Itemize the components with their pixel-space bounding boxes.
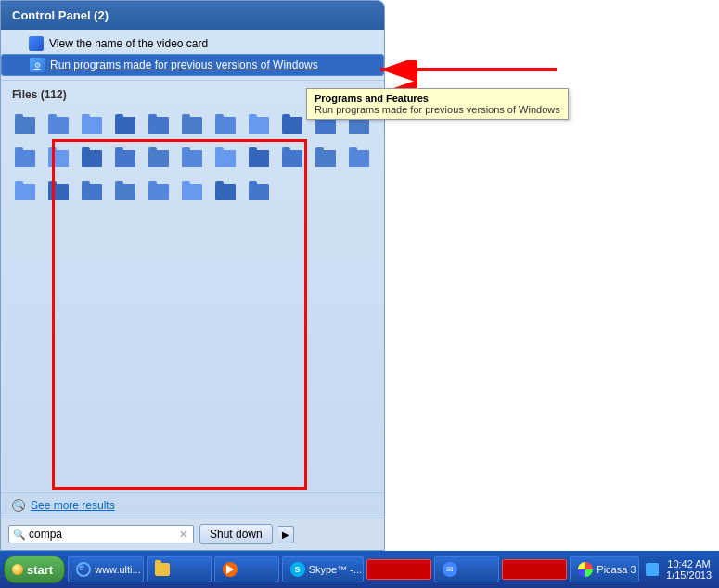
file-item[interactable] bbox=[342, 142, 376, 175]
shutdown-label: Shut down bbox=[210, 528, 263, 541]
file-item[interactable] bbox=[276, 109, 309, 142]
arrow-icon: ▶ bbox=[282, 530, 289, 540]
file-item[interactable] bbox=[42, 109, 75, 142]
search-bar: 🔍 ✕ Shut down ▶ bbox=[1, 518, 384, 550]
taskbar-item-ie[interactable]: www.ulti... bbox=[68, 556, 143, 582]
file-item[interactable] bbox=[209, 109, 242, 142]
taskbar: start www.ulti... S Skype™ -... ✉ Picasa… bbox=[0, 551, 719, 588]
search-input-wrap[interactable]: 🔍 ✕ bbox=[8, 525, 194, 543]
file-item[interactable] bbox=[242, 142, 276, 175]
file-item[interactable] bbox=[309, 142, 342, 175]
file-item[interactable] bbox=[75, 142, 109, 175]
file-item[interactable] bbox=[209, 142, 242, 175]
file-item[interactable] bbox=[75, 175, 109, 209]
cp-item2-label: Run programs made for previous versions … bbox=[50, 58, 318, 71]
file-item[interactable] bbox=[109, 175, 142, 209]
see-more-link[interactable]: See more results bbox=[31, 499, 115, 512]
control-panel-title: Control Panel (2) bbox=[12, 8, 109, 22]
taskbar-picasa-label: Picasa 3 bbox=[597, 564, 636, 575]
start-label: start bbox=[27, 563, 53, 577]
system-clock: 10:42 AM1/15/2013 bbox=[666, 558, 712, 581]
file-item[interactable] bbox=[8, 109, 42, 142]
file-item[interactable] bbox=[42, 142, 75, 175]
tray-network-icon bbox=[646, 563, 659, 576]
svg-marker-3 bbox=[226, 565, 234, 574]
search-input[interactable] bbox=[29, 528, 177, 541]
start-orb-icon bbox=[12, 564, 23, 575]
folder-icon bbox=[155, 563, 170, 576]
file-item[interactable] bbox=[75, 109, 109, 142]
start-menu: Control Panel (2) View the name of the v… bbox=[0, 0, 385, 551]
file-item[interactable] bbox=[8, 175, 42, 209]
cp-item-video-card[interactable]: View the name of the video card bbox=[1, 33, 384, 54]
shutdown-arrow-button[interactable]: ▶ bbox=[278, 526, 294, 543]
tooltip-title: Programs and Features bbox=[315, 93, 560, 104]
taskbar-ie-label: www.ulti... bbox=[95, 564, 141, 575]
file-item[interactable] bbox=[142, 175, 175, 209]
search-clear-icon[interactable]: ✕ bbox=[177, 529, 189, 541]
taskbar-item-red2[interactable] bbox=[502, 559, 567, 580]
tooltip-description: Run programs made for previous versions … bbox=[315, 104, 560, 115]
file-item[interactable] bbox=[242, 109, 276, 142]
media-icon bbox=[223, 562, 238, 577]
cp-item1-label: View the name of the video card bbox=[49, 37, 208, 50]
file-item[interactable] bbox=[175, 109, 209, 142]
file-item[interactable] bbox=[142, 142, 175, 175]
skype-icon: S bbox=[290, 562, 305, 577]
msg-icon: ✉ bbox=[443, 562, 457, 577]
compatibility-icon: ⚙ bbox=[30, 58, 45, 72]
taskbar-item-red1[interactable] bbox=[366, 559, 431, 580]
start-button[interactable]: start bbox=[4, 556, 65, 583]
search-icon: 🔍 bbox=[13, 529, 26, 541]
picasa-icon bbox=[578, 562, 593, 577]
see-more-section: 🔍 See more results bbox=[1, 492, 384, 518]
tooltip: Programs and Features Run programs made … bbox=[306, 88, 569, 120]
tray-area: 10:42 AM1/15/2013 bbox=[642, 558, 715, 581]
taskbar-item-msg[interactable]: ✉ bbox=[434, 556, 499, 582]
taskbar-skype-label: Skype™ -... bbox=[309, 564, 362, 575]
file-item[interactable] bbox=[209, 175, 242, 209]
search-small-icon: 🔍 bbox=[12, 499, 25, 512]
taskbar-item-skype[interactable]: S Skype™ -... bbox=[282, 556, 365, 582]
file-item[interactable] bbox=[42, 175, 75, 209]
file-item[interactable] bbox=[8, 142, 42, 175]
file-item[interactable] bbox=[109, 142, 142, 175]
file-item[interactable] bbox=[109, 109, 142, 142]
video-card-icon bbox=[29, 36, 44, 51]
taskbar-item-media[interactable] bbox=[214, 556, 279, 582]
taskbar-item-picasa[interactable]: Picasa 3 bbox=[570, 556, 639, 582]
file-item[interactable] bbox=[175, 142, 209, 175]
start-menu-header: Control Panel (2) bbox=[1, 1, 384, 30]
taskbar-item-folder[interactable] bbox=[147, 556, 212, 582]
files-grid bbox=[1, 105, 384, 212]
control-panel-section: View the name of the video card ⚙ Run pr… bbox=[1, 30, 384, 81]
file-item[interactable] bbox=[276, 142, 309, 175]
tray-icon1[interactable] bbox=[642, 561, 662, 578]
shutdown-button[interactable]: Shut down bbox=[199, 524, 273, 544]
ie-icon bbox=[76, 562, 91, 577]
file-item[interactable] bbox=[242, 175, 276, 209]
file-item[interactable] bbox=[175, 175, 209, 209]
file-item[interactable] bbox=[142, 109, 175, 142]
cp-item-compatibility[interactable]: ⚙ Run programs made for previous version… bbox=[1, 54, 384, 76]
